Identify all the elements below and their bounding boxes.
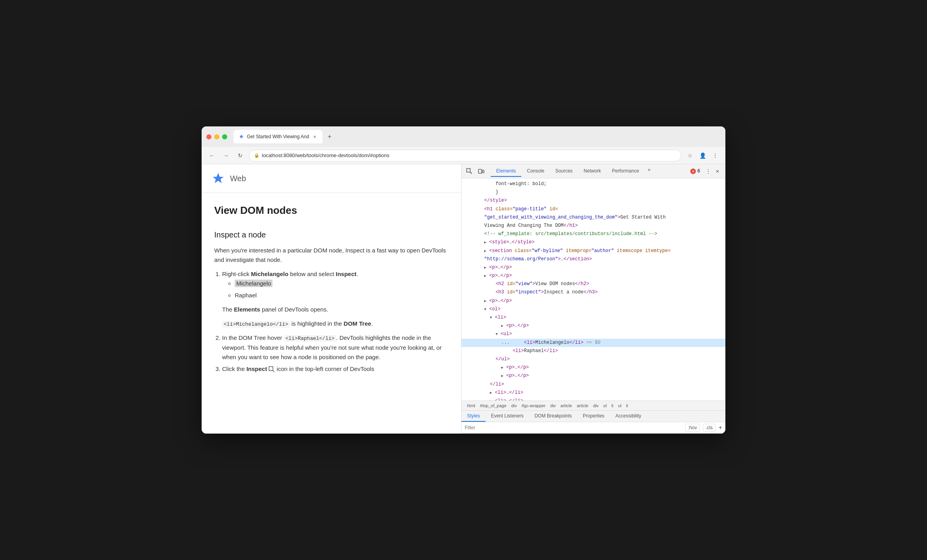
svg-rect-0 bbox=[269, 367, 273, 371]
active-tab[interactable]: Get Started With Viewing And ✕ bbox=[234, 130, 323, 143]
tab-bar: Get Started With Viewing And ✕ + bbox=[234, 130, 721, 143]
bottom-tab-styles[interactable]: Styles bbox=[462, 411, 486, 422]
site-header: Web bbox=[202, 164, 461, 193]
article-subheading: Inspect a node bbox=[214, 228, 449, 241]
breadcrumb-div3[interactable]: div bbox=[591, 402, 601, 409]
bottom-tab-dom-breakpoints[interactable]: DOM Breakpoints bbox=[529, 411, 577, 422]
dom-line: <li>Raphael</li> bbox=[462, 347, 725, 355]
svg-line-3 bbox=[470, 172, 472, 174]
breadcrumb-li2[interactable]: li bbox=[624, 402, 630, 409]
breadcrumb-html[interactable]: html bbox=[465, 402, 478, 409]
bullet-raphael: Raphael bbox=[235, 291, 449, 300]
filter-add-button[interactable]: + bbox=[719, 424, 722, 431]
address-bar: ← → ↻ 🔒 localhost:8080/web/tools/chrome-… bbox=[202, 147, 725, 164]
dom-line: ▶ <li>…</li> bbox=[462, 397, 725, 401]
article-intro: When you're interested in a particular D… bbox=[214, 246, 449, 265]
bottom-tab-accessibility[interactable]: Accessibility bbox=[610, 411, 647, 422]
breadcrumb-gc-wrapper[interactable]: #gc-wrapper bbox=[519, 402, 548, 409]
dom-line: ▶ <p>…</p> bbox=[462, 297, 725, 305]
step1-note: The Elements panel of DevTools opens. bbox=[222, 305, 449, 314]
inline-code-1: <li>Michelangelo</li> bbox=[222, 321, 290, 328]
filter-input[interactable] bbox=[465, 425, 685, 430]
webpage-panel: Web View DOM nodes Inspect a node When y… bbox=[202, 164, 462, 434]
breadcrumb-div1[interactable]: div bbox=[509, 402, 519, 409]
devtools-bottom-tabs: Styles Event Listeners DOM Breakpoints P… bbox=[462, 411, 725, 422]
svg-text:✕: ✕ bbox=[692, 169, 695, 174]
dom-line: ▶ <p>…</p> bbox=[462, 272, 725, 280]
breadcrumb-div2[interactable]: div bbox=[548, 402, 558, 409]
dom-line: Viewing And Changing The DOM</h1> bbox=[462, 222, 725, 230]
device-icon bbox=[478, 168, 484, 174]
breadcrumb-ol[interactable]: ol bbox=[601, 402, 609, 409]
dom-line-highlighted: ... <li>Michelangelo</li> == $0 bbox=[462, 339, 725, 347]
back-button[interactable]: ← bbox=[206, 150, 217, 161]
bottom-tab-properties[interactable]: Properties bbox=[577, 411, 610, 422]
maximize-traffic-light[interactable] bbox=[222, 134, 227, 139]
inspect-element-icon[interactable] bbox=[465, 167, 474, 176]
devtools-tab-console[interactable]: Console bbox=[521, 166, 550, 177]
devtools-close-button[interactable]: ✕ bbox=[713, 167, 722, 176]
devtools-tab-elements[interactable]: Elements bbox=[491, 166, 521, 177]
tab-close-button[interactable]: ✕ bbox=[311, 134, 318, 140]
dom-line: ▶ <p>…</p> bbox=[462, 263, 725, 272]
devtools-tab-performance[interactable]: Performance bbox=[606, 166, 645, 177]
inspect-icon bbox=[269, 366, 275, 373]
browser-window: Get Started With Viewing And ✕ + ← → ↻ 🔒… bbox=[202, 126, 725, 434]
step1-prefix: Right-click bbox=[222, 271, 251, 277]
profile-icon[interactable]: 👤 bbox=[697, 150, 708, 161]
devtools-tab-sources[interactable]: Sources bbox=[550, 166, 578, 177]
dom-line: ▶ <style>…</style> bbox=[462, 238, 725, 247]
error-circle-icon: ✕ bbox=[690, 168, 696, 174]
svg-rect-5 bbox=[482, 170, 484, 173]
minimize-traffic-light[interactable] bbox=[214, 134, 219, 139]
article-bullet-list: Michelangelo Raphael bbox=[235, 279, 449, 300]
url-text: localhost:8080/web/tools/chrome-devtools… bbox=[262, 152, 389, 158]
inline-code-2: <li>Raphael</li> bbox=[284, 335, 336, 342]
dom-line: </style> bbox=[462, 197, 725, 205]
step1-action: Inspect bbox=[336, 271, 356, 277]
article-heading: View DOM nodes bbox=[214, 202, 449, 219]
error-count: 6 bbox=[697, 169, 700, 174]
dom-tree: font-weight: bold; } </style> <h1 class=… bbox=[462, 178, 725, 401]
close-traffic-light[interactable] bbox=[206, 134, 211, 139]
dom-line: ▼ <ol> bbox=[462, 305, 725, 313]
filter-cls[interactable]: .cls bbox=[703, 424, 716, 432]
article-content: View DOM nodes Inspect a node When you'r… bbox=[202, 193, 461, 388]
bottom-tab-event-listeners[interactable]: Event Listeners bbox=[486, 411, 529, 422]
tab-favicon-icon bbox=[238, 134, 245, 140]
devtools-more-tabs[interactable]: » bbox=[645, 166, 654, 177]
step-3: Click the Inspect icon in the top-left c… bbox=[222, 364, 449, 374]
breadcrumb-li1[interactable]: li bbox=[609, 402, 616, 409]
breadcrumb-article2[interactable]: article bbox=[575, 402, 591, 409]
devtools-tabs: Elements Console Sources Network Perform… bbox=[491, 166, 687, 177]
device-toolbar-icon[interactable] bbox=[476, 167, 486, 176]
menu-icon[interactable]: ⋮ bbox=[710, 150, 721, 161]
filter-bar: :hov .cls + bbox=[462, 422, 725, 434]
breadcrumb-top-of-page[interactable]: #top_of_page bbox=[478, 402, 509, 409]
address-right-icons: ☆ 👤 ⋮ bbox=[684, 150, 721, 161]
dom-line: ▶ <p>…</p> bbox=[462, 322, 725, 330]
svg-rect-4 bbox=[478, 169, 482, 173]
site-name: Web bbox=[230, 174, 246, 183]
devtools-settings-icon[interactable]: ⋮ bbox=[703, 167, 713, 176]
breadcrumb-ul[interactable]: ul bbox=[616, 402, 624, 409]
devtools-toolbar-icons bbox=[465, 167, 486, 176]
devtools-header: Elements Console Sources Network Perform… bbox=[462, 164, 725, 178]
devtools-panel: Elements Console Sources Network Perform… bbox=[462, 164, 725, 434]
devtools-tab-network[interactable]: Network bbox=[578, 166, 606, 177]
dom-line: <h3 id="inspect">Inspect a node</h3> bbox=[462, 288, 725, 297]
dom-line: <h2 id="view">View DOM nodes</h2> bbox=[462, 280, 725, 288]
filter-tags: :hov .cls + bbox=[685, 424, 722, 432]
filter-hov[interactable]: :hov bbox=[685, 424, 700, 432]
cursor-icon bbox=[466, 168, 473, 174]
dom-line: font-weight: bold; bbox=[462, 180, 725, 188]
dom-line-comment: <!-- wf_template: src/templates/contribu… bbox=[462, 230, 725, 238]
bookmark-icon[interactable]: ☆ bbox=[684, 150, 695, 161]
traffic-lights bbox=[206, 134, 227, 139]
reload-button[interactable]: ↻ bbox=[235, 150, 246, 161]
url-bar[interactable]: 🔒 localhost:8080/web/tools/chrome-devtoo… bbox=[249, 150, 681, 161]
breadcrumb-article1[interactable]: article bbox=[558, 402, 574, 409]
step1-code-note: <li>Michelangelo</li> is highlighted in … bbox=[222, 319, 449, 329]
forward-button[interactable]: → bbox=[221, 150, 232, 161]
new-tab-button[interactable]: + bbox=[324, 131, 335, 142]
